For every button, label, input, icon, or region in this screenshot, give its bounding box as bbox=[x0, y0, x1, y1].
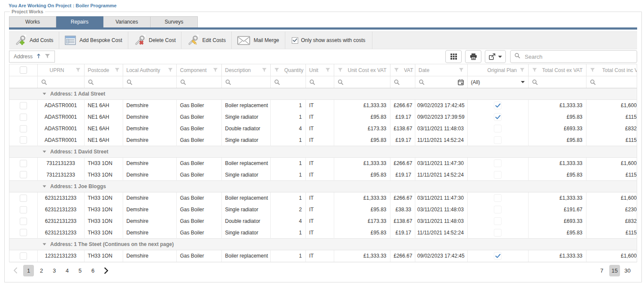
header-filter-icon-total_ex[interactable] bbox=[532, 68, 537, 72]
table-row[interactable]: 62312131233TH33 1ONDemshireGas BoilerSin… bbox=[9, 227, 637, 239]
cell-original_plan[interactable] bbox=[467, 135, 528, 146]
cell-postcode[interactable]: TH33 1ON bbox=[84, 216, 123, 227]
cell-description[interactable]: Boiler replacement bbox=[221, 250, 270, 262]
cell-select[interactable] bbox=[9, 227, 37, 239]
cell-date[interactable]: 09/02/2023 17:42:45 bbox=[415, 100, 467, 111]
cell-component[interactable]: Gas Boiler bbox=[176, 227, 221, 239]
cell-unit_cost[interactable]: £1,333.33 bbox=[334, 100, 390, 111]
cell-total_inc[interactable]: £1,600.00 bbox=[586, 192, 637, 204]
cell-unit[interactable]: IT bbox=[305, 192, 334, 204]
toolbar-button-delete-cost[interactable]: Delete Cost bbox=[128, 32, 182, 49]
cell-original_plan[interactable] bbox=[467, 123, 528, 135]
cell-unit[interactable]: IT bbox=[305, 169, 334, 181]
cell-uprn[interactable]: 62312131233 bbox=[37, 216, 84, 227]
row-checkbox[interactable] bbox=[20, 206, 27, 213]
cell-description[interactable]: Boiler replacement bbox=[221, 158, 270, 169]
select-all-checkbox[interactable] bbox=[20, 66, 27, 74]
filter-cell-total_inc[interactable] bbox=[586, 76, 637, 88]
group-by-address-chip[interactable]: Address bbox=[9, 51, 55, 63]
original-plan-checkbox[interactable] bbox=[494, 113, 502, 121]
cell-date[interactable]: 09/02/2023 17:39:59 bbox=[415, 111, 467, 123]
original-plan-checkbox[interactable] bbox=[494, 125, 502, 132]
cell-quantity[interactable]: 1 bbox=[270, 111, 305, 123]
cell-unit[interactable]: IT bbox=[305, 123, 334, 135]
cell-total_ex[interactable]: £95.83 bbox=[528, 169, 586, 181]
cell-quantity[interactable]: 1 bbox=[270, 250, 305, 262]
cell-original_plan[interactable] bbox=[467, 227, 528, 239]
cell-component[interactable]: Gas Boiler bbox=[176, 111, 221, 123]
cell-vat[interactable]: £19.17 bbox=[390, 111, 415, 123]
original-plan-checkbox[interactable] bbox=[494, 171, 502, 179]
filter-cell-unit_cost[interactable] bbox=[334, 76, 390, 88]
cell-description[interactable]: Boiler replacement bbox=[221, 100, 270, 111]
header-filter-icon-unit_cost[interactable] bbox=[338, 68, 343, 72]
cell-total_inc[interactable]: £115.00 bbox=[586, 169, 637, 181]
cell-unit_cost[interactable]: £95.83 bbox=[334, 204, 390, 216]
cell-unit[interactable]: IT bbox=[305, 135, 334, 146]
cell-unit_cost[interactable]: £1,333.33 bbox=[334, 158, 390, 169]
header-filter-icon-unit[interactable] bbox=[325, 68, 330, 72]
cell-date[interactable]: 03/11/2021 11:48:03 bbox=[415, 123, 467, 135]
row-checkbox[interactable] bbox=[20, 171, 27, 178]
cell-unit[interactable]: IT bbox=[305, 158, 334, 169]
filter-cell-authority[interactable] bbox=[123, 76, 176, 88]
table-row[interactable]: 7312131233TH33 1ONDemshireGas BoilerBoil… bbox=[9, 158, 637, 169]
sort-ascending-icon[interactable] bbox=[36, 54, 41, 60]
cell-date[interactable]: 11/11/2021 14:52:24 bbox=[415, 169, 467, 181]
header-filter-icon-postcode[interactable] bbox=[115, 68, 120, 72]
cell-vat[interactable]: £38.33 bbox=[390, 204, 415, 216]
next-page-button[interactable] bbox=[100, 265, 112, 276]
group-row[interactable]: Address: 1 David Street bbox=[9, 146, 637, 158]
cell-unit[interactable]: IT bbox=[305, 111, 334, 123]
cell-unit_cost[interactable]: £173.33 bbox=[334, 123, 390, 135]
original-plan-checkbox[interactable] bbox=[494, 136, 502, 144]
cell-authority[interactable]: Demshire bbox=[123, 111, 176, 123]
row-checkbox[interactable] bbox=[20, 136, 27, 144]
row-checkbox[interactable] bbox=[20, 160, 27, 167]
cell-description[interactable]: Single radiator bbox=[221, 204, 270, 216]
cell-select[interactable] bbox=[9, 250, 37, 262]
row-checkbox[interactable] bbox=[20, 218, 27, 225]
cell-uprn[interactable]: 7312131233 bbox=[37, 158, 84, 169]
cell-total_ex[interactable]: £1,333.33 bbox=[528, 158, 586, 169]
column-header-component[interactable]: Component bbox=[176, 64, 221, 76]
cell-select[interactable] bbox=[9, 192, 37, 204]
cell-postcode[interactable]: TH33 1ON bbox=[84, 204, 123, 216]
cell-total_ex[interactable]: £95.83 bbox=[528, 227, 586, 239]
original-plan-checkbox[interactable] bbox=[494, 217, 502, 225]
cell-original_plan[interactable] bbox=[467, 111, 528, 123]
cell-unit[interactable]: IT bbox=[305, 216, 334, 227]
cell-description[interactable]: Single radiator bbox=[221, 227, 270, 239]
cell-original_plan[interactable] bbox=[467, 100, 528, 111]
column-header-authority[interactable]: Local Authority bbox=[123, 64, 176, 76]
cell-select[interactable] bbox=[9, 169, 37, 181]
cell-description[interactable]: Single radiator bbox=[221, 111, 270, 123]
column-header-select-all[interactable] bbox=[9, 64, 37, 76]
cell-postcode[interactable]: NE1 6AH bbox=[84, 100, 123, 111]
table-row[interactable]: ADASTR0001NE1 6AHDemshireGas BoilerSingl… bbox=[9, 111, 637, 123]
cell-authority[interactable]: Demshire bbox=[123, 169, 176, 181]
cell-total_inc[interactable]: £832.00 bbox=[586, 216, 637, 227]
page-button-5[interactable]: 5 bbox=[75, 265, 85, 276]
filter-cell-description[interactable] bbox=[221, 76, 270, 88]
cell-original_plan[interactable] bbox=[467, 216, 528, 227]
original-plan-checkbox[interactable] bbox=[494, 206, 502, 213]
cell-authority[interactable]: Demshire bbox=[123, 100, 176, 111]
cell-select[interactable] bbox=[9, 204, 37, 216]
cell-description[interactable]: Single radiator bbox=[221, 169, 270, 181]
row-checkbox[interactable] bbox=[20, 125, 27, 132]
page-size-button-7[interactable]: 7 bbox=[596, 265, 607, 276]
cell-unit_cost[interactable]: £95.83 bbox=[334, 169, 390, 181]
cell-quantity[interactable]: 4 bbox=[270, 123, 305, 135]
cell-total_inc[interactable]: £1,600.00 bbox=[586, 100, 637, 111]
cell-component[interactable]: Gas Boiler bbox=[176, 192, 221, 204]
cell-authority[interactable]: Demshire bbox=[123, 227, 176, 239]
cell-select[interactable] bbox=[9, 111, 37, 123]
table-row[interactable]: 12312131233TH33 1ONDemshireGas BoilerBoi… bbox=[9, 250, 637, 262]
cell-component[interactable]: Gas Boiler bbox=[176, 216, 221, 227]
cell-postcode[interactable]: TH33 1ON bbox=[84, 192, 123, 204]
cell-description[interactable]: Double radiator bbox=[221, 123, 270, 135]
cell-total_inc[interactable]: £115.00 bbox=[586, 227, 637, 239]
cell-component[interactable]: Gas Boiler bbox=[176, 250, 221, 262]
row-checkbox[interactable] bbox=[20, 252, 27, 260]
